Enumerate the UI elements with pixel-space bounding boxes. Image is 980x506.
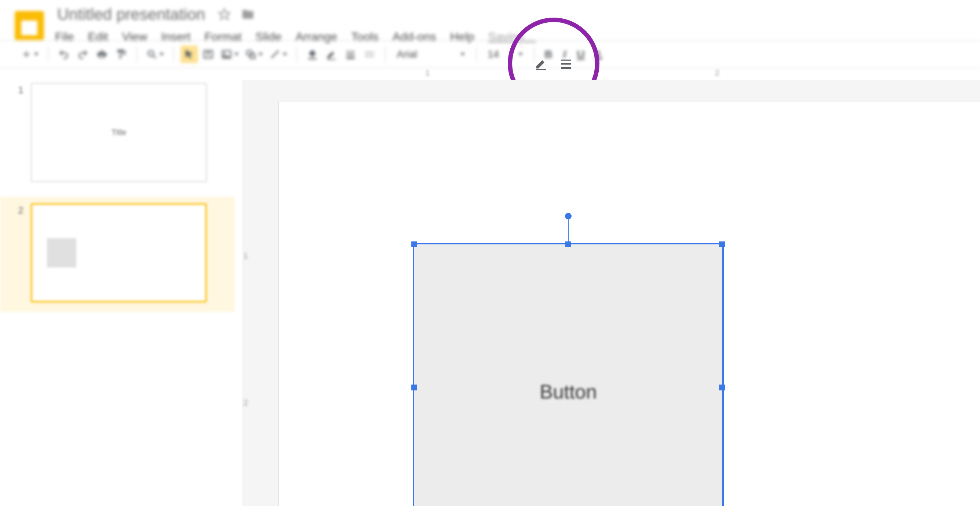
insert-shape-button[interactable] [243,46,266,63]
new-slide-button[interactable] [18,46,41,63]
undo-button[interactable] [55,46,73,63]
select-tool-button[interactable] [180,46,198,63]
resize-handle-ml[interactable] [411,385,417,390]
svg-rect-19 [372,56,374,57]
font-family-value: Arial [397,48,417,60]
svg-rect-14 [366,52,368,53]
ruler-num: 2 [715,68,719,78]
shape-text: Button [540,380,597,403]
redo-button[interactable] [74,46,92,63]
svg-rect-12 [347,54,355,56]
svg-rect-16 [372,52,374,53]
insert-image-button[interactable] [218,46,241,63]
star-icon[interactable] [218,8,231,21]
slide-canvas[interactable]: Button [278,102,980,506]
thumb-number: 2 [15,205,24,216]
rotate-handle[interactable] [565,213,571,219]
thumb-mini-shape [47,238,76,268]
svg-point-1 [148,51,154,56]
workspace: 1 Title 2 1 2 Butt [0,80,980,506]
toolbar-wrap: Arial 14 B I U [0,40,980,68]
slide-panel: 1 Title 2 [0,80,242,506]
move-to-folder-icon[interactable] [241,8,255,21]
app-logo [15,11,44,40]
title-block: Untitled presentation File Edit View Ins… [55,4,536,44]
separator [296,46,297,62]
resize-handle-tm[interactable] [565,241,571,247]
svg-rect-17 [366,56,368,57]
resize-handle-mr[interactable] [719,385,725,390]
svg-rect-10 [328,59,336,60]
canvas-area: 1 2 Button [242,80,980,506]
print-button[interactable] [93,46,111,63]
separator [173,46,174,62]
font-family-select[interactable]: Arial [392,46,469,63]
svg-marker-0 [219,9,230,19]
svg-line-2 [153,56,156,59]
zoom-button[interactable] [144,46,167,63]
paint-format-button[interactable] [112,46,130,63]
vertical-ruler: 1 2 [242,80,256,506]
ruler-num: 1 [425,68,430,78]
svg-point-6 [247,50,252,56]
separator [48,46,48,62]
fill-color-button[interactable] [304,46,321,63]
toolbar: Arial 14 B I U [0,40,980,68]
border-weight-button[interactable] [342,46,359,63]
header: Untitled presentation File Edit View Ins… [0,0,980,40]
font-size-value: 14 [488,48,499,60]
svg-rect-22 [561,60,571,61]
selected-shape[interactable]: Button [414,244,722,506]
svg-rect-18 [369,56,371,57]
insert-line-button[interactable] [267,46,290,63]
ruler-num: 2 [243,398,248,408]
svg-rect-9 [308,58,317,59]
svg-rect-11 [347,51,355,52]
slide-thumbnail-2[interactable] [31,203,207,302]
thumb-row: 1 Title [15,83,235,182]
slide-thumbnail-1[interactable]: Title [31,83,207,182]
textbox-button[interactable] [199,46,217,63]
thumb-number: 1 [15,85,24,96]
svg-rect-13 [347,57,355,59]
svg-rect-23 [561,63,571,65]
svg-point-5 [224,53,226,54]
rotate-line [568,216,569,241]
separator [476,46,477,62]
separator [385,46,386,62]
svg-line-8 [271,51,278,58]
ruler-num: 1 [243,251,248,261]
border-dash-button[interactable] [361,46,379,63]
separator [137,46,137,62]
resize-handle-tl[interactable] [411,241,417,247]
thumb-label: Title [111,128,126,137]
thumb-row: 2 [0,197,235,312]
resize-handle-tr[interactable] [719,241,725,247]
document-title[interactable]: Untitled presentation [55,4,207,25]
svg-rect-15 [369,52,371,53]
horizontal-ruler: 1 2 3 4 [248,68,980,80]
border-color-button[interactable] [323,46,340,63]
